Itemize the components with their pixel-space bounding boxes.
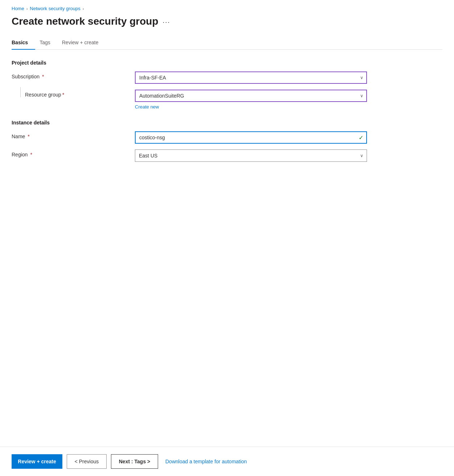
more-options-button[interactable]: ··· (163, 19, 170, 26)
resource-group-required: * (62, 92, 64, 98)
name-input[interactable] (135, 131, 367, 144)
previous-button[interactable]: < Previous (67, 454, 107, 469)
region-select-wrapper: East US ∨ (135, 149, 367, 162)
name-label: Name * (12, 131, 135, 139)
name-row: Name * ✓ (12, 131, 442, 144)
instance-details-title: Instance details (12, 120, 442, 126)
subscription-required: * (42, 74, 44, 79)
page-title-row: Create network security group ··· (12, 16, 442, 27)
name-valid-check-icon: ✓ (359, 134, 363, 141)
resource-group-label: Resource group * (12, 90, 135, 98)
name-input-wrapper: ✓ (135, 131, 367, 144)
region-select[interactable]: East US (135, 149, 367, 162)
review-create-button[interactable]: Review + create (12, 454, 62, 469)
subscription-label: Subscription * (12, 71, 135, 79)
region-label: Region * (12, 149, 135, 157)
tab-tags[interactable]: Tags (40, 36, 58, 50)
subscription-row: Subscription * Infra-SF-EA ∨ (12, 71, 442, 84)
breadcrumb-chevron-1: › (26, 7, 28, 11)
breadcrumb: Home › Network security groups › (12, 6, 442, 11)
subscription-control: Infra-SF-EA ∨ (135, 71, 367, 84)
project-details-section: Project details Subscription * Infra-SF-… (12, 60, 442, 110)
subscription-select[interactable]: Infra-SF-EA (135, 71, 367, 84)
region-control: East US ∨ (135, 149, 367, 162)
breadcrumb-home[interactable]: Home (12, 6, 24, 11)
name-required: * (28, 134, 29, 139)
tabs-bar: Basics Tags Review + create (12, 36, 442, 50)
region-row: Region * East US ∨ (12, 149, 442, 162)
create-new-link[interactable]: Create new (135, 104, 159, 110)
region-required: * (30, 152, 32, 157)
tab-review-create[interactable]: Review + create (62, 36, 106, 50)
resource-group-indent: Resource group * (12, 92, 64, 98)
download-template-link[interactable]: Download a template for automation (165, 459, 247, 464)
resource-group-control: AutomationSuiteRG ∨ Create new (135, 90, 367, 110)
tab-basics[interactable]: Basics (12, 36, 35, 50)
footer-bar: Review + create < Previous Next : Tags >… (0, 447, 454, 476)
instance-details-section: Instance details Name * ✓ Region * (12, 120, 442, 162)
breadcrumb-network-security-groups[interactable]: Network security groups (30, 6, 80, 11)
project-details-title: Project details (12, 60, 442, 66)
subscription-select-wrapper: Infra-SF-EA ∨ (135, 71, 367, 84)
breadcrumb-chevron-2: › (83, 7, 84, 11)
next-tags-button[interactable]: Next : Tags > (111, 454, 158, 469)
resource-group-select-wrapper: AutomationSuiteRG ∨ (135, 90, 367, 102)
name-control: ✓ (135, 131, 367, 144)
resource-group-row: Resource group * AutomationSuiteRG ∨ Cre… (12, 90, 442, 110)
page-title: Create network security group (12, 16, 158, 27)
resource-group-select[interactable]: AutomationSuiteRG (135, 90, 367, 102)
